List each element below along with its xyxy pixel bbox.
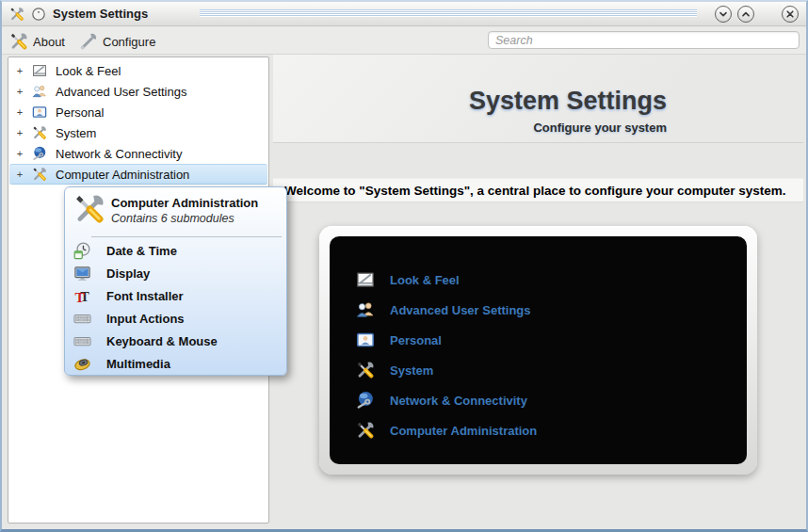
minimize-button[interactable]	[715, 6, 732, 23]
sidebar-item-system[interactable]: + System	[9, 122, 267, 143]
popup-item-label: Keyboard & Mouse	[106, 334, 218, 348]
look-feel-icon	[356, 270, 375, 289]
popup-item-label: Display	[106, 266, 150, 281]
popup-item-label: Multimedia	[106, 357, 170, 371]
page-subtitle: Configure your system	[533, 121, 667, 135]
content-header: System Settings Configure your system	[273, 55, 803, 143]
overview-item-system[interactable]: System	[330, 361, 747, 379]
sidebar-item-label: Look & Feel	[56, 64, 121, 78]
toolbar: About Configure	[2, 27, 806, 55]
circle-dot-icon[interactable]	[31, 7, 46, 22]
globe-wrench-icon	[32, 146, 47, 161]
sidebar-item-label: Computer Administration	[56, 168, 189, 182]
sidebar-item-look-feel[interactable]: + Look & Feel	[9, 60, 267, 81]
sidebar-item-label: Personal	[56, 105, 104, 120]
popup-item-font-installer[interactable]: Font Installer	[69, 284, 283, 307]
sidebar-item-label: Advanced User Settings	[56, 85, 186, 99]
overview-item-label: System	[390, 363, 433, 378]
speaker-icon	[73, 355, 91, 373]
look-feel-icon	[32, 63, 47, 78]
clock-calendar-icon	[73, 242, 91, 260]
popup-item-label: Font Installer	[106, 289, 184, 303]
welcome-bar: Welcome to "System Settings", a central …	[273, 178, 803, 202]
expander-plus-icon[interactable]: +	[14, 106, 25, 118]
popup-item-label: Input Actions	[106, 312, 185, 326]
keyboard-icon	[73, 310, 91, 328]
overview-item-computer-administration[interactable]: Computer Administration	[330, 421, 747, 440]
sidebar-item-computer-administration[interactable]: + Computer Administration	[9, 164, 267, 185]
maximize-button[interactable]	[737, 6, 754, 23]
about-label: About	[33, 35, 65, 49]
popup-item-display[interactable]: Display	[69, 262, 283, 284]
close-icon	[783, 7, 798, 22]
system-settings-window: System Settings About Configure + Look &…	[0, 0, 808, 532]
app-crossed-tools-icon[interactable]	[9, 7, 24, 22]
overview-item-personal[interactable]: Personal	[330, 330, 747, 349]
search-input[interactable]	[488, 31, 800, 49]
crossed-tools-icon	[9, 32, 28, 51]
crossed-tools-icon	[356, 421, 375, 440]
personal-card-icon	[32, 105, 47, 120]
globe-wrench-icon	[356, 391, 375, 410]
popup-separator	[91, 236, 282, 237]
overview-item-label: Network & Connectivity	[390, 394, 527, 408]
personal-card-icon	[356, 330, 375, 349]
popup-item-multimedia[interactable]: Multimedia	[69, 352, 283, 375]
popup-item-keyboard-mouse[interactable]: Keyboard & Mouse	[69, 330, 283, 352]
window-title: System Settings	[53, 7, 148, 21]
crossed-tools-icon	[32, 125, 47, 140]
sidebar-item-advanced-user-settings[interactable]: + Advanced User Settings	[9, 81, 267, 102]
overview-panel: Look & Feel Advanced User Settings Perso…	[330, 236, 747, 464]
submodule-popup: Computer Administration Contains 6 submo…	[64, 186, 287, 376]
chevron-down-icon	[716, 7, 731, 22]
popup-item-label: Date & Time	[106, 244, 177, 258]
users-icon	[32, 84, 47, 99]
overview-card: Look & Feel Advanced User Settings Perso…	[319, 226, 757, 475]
monitor-icon	[73, 265, 91, 282]
overview-item-advanced-user-settings[interactable]: Advanced User Settings	[330, 300, 747, 319]
titlebar[interactable]: System Settings	[2, 2, 806, 26]
font-letters-icon	[73, 287, 91, 305]
popup-item-date-time[interactable]: Date & Time	[69, 239, 283, 262]
crossed-tools-icon	[73, 193, 105, 225]
welcome-text: Welcome to "System Settings", a central …	[284, 184, 785, 198]
configure-label: Configure	[103, 35, 155, 49]
crossed-tools-icon	[356, 361, 375, 379]
expander-plus-icon[interactable]: +	[14, 148, 25, 159]
crossed-tools-icon	[32, 167, 47, 182]
popup-header: Computer Administration Contains 6 submo…	[65, 187, 286, 234]
configure-button[interactable]: Configure	[75, 30, 159, 53]
sidebar-item-label: Network & Connectivity	[56, 147, 182, 161]
keyboard-icon	[73, 332, 91, 350]
expander-plus-icon[interactable]: +	[14, 127, 25, 138]
page-title: System Settings	[469, 87, 667, 116]
overview-item-look-feel[interactable]: Look & Feel	[330, 270, 747, 289]
wrench-icon	[79, 32, 98, 51]
popup-item-input-actions[interactable]: Input Actions	[69, 307, 283, 330]
about-button[interactable]: About	[6, 30, 69, 53]
sidebar-item-personal[interactable]: + Personal	[9, 102, 267, 122]
expander-plus-icon[interactable]: +	[14, 169, 25, 180]
popup-title: Computer Administration	[111, 196, 258, 210]
sidebar-item-network-connectivity[interactable]: + Network & Connectivity	[9, 143, 267, 164]
overview-item-network-connectivity[interactable]: Network & Connectivity	[330, 391, 747, 410]
titlebar-decor-lines	[200, 9, 697, 17]
overview-item-label: Personal	[390, 333, 442, 347]
expander-plus-icon[interactable]: +	[14, 65, 25, 76]
overview-item-label: Computer Administration	[390, 424, 537, 438]
content-area: System Settings Configure your system We…	[273, 55, 803, 524]
expander-plus-icon[interactable]: +	[14, 86, 25, 97]
users-icon	[356, 300, 375, 319]
close-button[interactable]	[782, 6, 799, 23]
popup-subtitle: Contains 6 submodules	[111, 212, 234, 225]
overview-item-label: Advanced User Settings	[390, 303, 531, 317]
chevron-up-icon	[738, 7, 753, 22]
sidebar-item-label: System	[56, 126, 96, 140]
overview-item-label: Look & Feel	[390, 273, 460, 287]
